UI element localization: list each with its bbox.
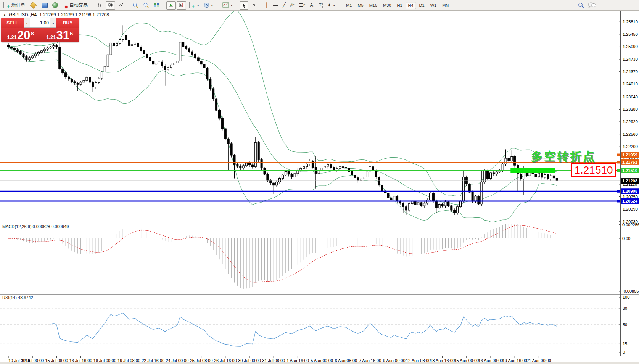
text-button[interactable]: A: [308, 1, 315, 10]
zoom-out-button[interactable]: [141, 1, 151, 10]
tile-windows-icon: [154, 3, 159, 7]
svg-text:1.21751: 1.21751: [622, 160, 637, 164]
indicators-icon: [222, 2, 229, 8]
fibonacci-button[interactable]: ☰F: [297, 1, 307, 10]
buy-button[interactable]: BUY: [56, 18, 79, 28]
indicators-button[interactable]: ▾: [221, 1, 235, 10]
svg-text:100: 100: [623, 295, 629, 300]
community-button[interactable]: [50, 1, 60, 10]
clock-icon: [204, 2, 209, 8]
line-chart-button[interactable]: [116, 1, 126, 10]
new-order-button[interactable]: + 新订单: [2, 1, 27, 10]
line-marker[interactable]: [617, 169, 620, 172]
candlesticks: [8, 25, 558, 215]
equidistant-channel-button[interactable]: ⫽E: [288, 1, 296, 10]
svg-text:1.25450: 1.25450: [623, 32, 638, 37]
svg-text:50: 50: [623, 322, 627, 327]
chevron-down-icon: ▾: [231, 3, 233, 7]
zoom-in-icon: [132, 2, 138, 8]
profiles-button[interactable]: ▾: [202, 1, 215, 10]
chart-canvas[interactable]: 1.258101.254501.250901.247301.243701.240…: [0, 11, 639, 364]
svg-text:-0.008553: -0.008553: [622, 289, 639, 293]
chart-title: ▲ GBPUSD-,H4 1.21269 1.21269 1.21196 1.2…: [3, 12, 109, 18]
turning-point-text[interactable]: 多空转折点: [531, 150, 596, 163]
autotrading-button[interactable]: 自动交易: [61, 1, 90, 10]
svg-text:1.20908: 1.20908: [622, 189, 637, 193]
green-highlight-zone[interactable]: [510, 168, 555, 173]
text-icon: A: [310, 2, 313, 8]
trendline-button[interactable]: ╱: [281, 1, 288, 10]
svg-text:1.24730: 1.24730: [623, 57, 638, 61]
svg-text:1.23280: 1.23280: [623, 107, 638, 111]
horizontal-line-button[interactable]: —: [271, 1, 280, 10]
zoom-in-button[interactable]: [130, 1, 140, 10]
line-marker[interactable]: [617, 161, 620, 163]
volume-input[interactable]: [30, 18, 50, 27]
collapse-arrow-icon[interactable]: ▲: [3, 13, 6, 17]
timeframe-button[interactable]: M15: [367, 2, 380, 9]
bollinger-bands: [8, 11, 557, 222]
crosshair-button[interactable]: [249, 1, 259, 10]
candlestick-chart-button[interactable]: [106, 1, 115, 10]
sell-button[interactable]: SELL: [1, 18, 24, 28]
sell-price-big: 20: [17, 30, 30, 41]
price-axis: 1.258101.254501.250901.247301.243701.240…: [619, 19, 639, 354]
chart-autoscroll-button[interactable]: [166, 1, 176, 10]
chevron-down-icon: ▾: [211, 3, 213, 7]
svg-text:1.20750: 1.20750: [623, 195, 638, 199]
chart-shift-button[interactable]: [177, 1, 186, 10]
panel-frames: [0, 11, 639, 356]
chat-icon[interactable]: [588, 2, 596, 8]
fibonacci-icon: ☰F: [299, 2, 306, 8]
bar-chart-icon: [97, 2, 103, 8]
tile-windows-button[interactable]: [152, 1, 161, 10]
rsi-label: RSI(14) 48.6742: [2, 295, 33, 300]
market-watch-button[interactable]: [40, 1, 50, 10]
arrows-button[interactable]: ✦▾: [325, 1, 337, 10]
sell-price-pip: 8: [31, 30, 34, 37]
timeframe-button[interactable]: D1: [417, 2, 427, 9]
horizontal-line-objects[interactable]: [0, 155, 620, 201]
volume-increase-button[interactable]: ▲: [50, 18, 56, 27]
timeframe-button[interactable]: M5: [355, 2, 366, 9]
timeframe-button[interactable]: H1: [394, 2, 405, 9]
bar-chart-button[interactable]: [95, 1, 105, 10]
channel-icon: ⫽E: [290, 2, 295, 8]
metaeditor-icon: [30, 2, 37, 8]
cursor-button[interactable]: [240, 1, 248, 10]
timeframe-button[interactable]: W1: [428, 2, 439, 9]
cursor-icon: [241, 3, 246, 8]
line-marker[interactable]: [617, 190, 620, 193]
new-chart-button[interactable]: +▾: [187, 1, 201, 10]
mt4-window: + 新订单 自动交易 +▾ ▾ ▾ │ — ╱ ⫽E ☰F A: [0, 0, 639, 364]
chevron-down-icon: ▾: [333, 3, 335, 7]
buy-price-prefix: 1.21: [46, 34, 56, 40]
buy-price-big: 31: [56, 30, 69, 41]
text-label-button[interactable]: T: [316, 1, 325, 10]
svg-text:1.20624: 1.20624: [622, 199, 638, 203]
svg-text:1.22200: 1.22200: [623, 144, 638, 149]
text-label-icon: T: [318, 2, 323, 8]
line-chart-icon: [118, 2, 124, 8]
svg-text:15: 15: [623, 341, 627, 346]
buy-price-pip: 6: [70, 30, 73, 37]
globe-icon: [52, 2, 58, 8]
vertical-line-button[interactable]: │: [264, 1, 270, 10]
market-watch-icon: [42, 3, 48, 8]
timeframe-button[interactable]: M1: [343, 2, 354, 9]
line-marker[interactable]: [617, 200, 620, 202]
timeframe-button[interactable]: M30: [380, 2, 394, 9]
autotrading-label: 自动交易: [69, 2, 88, 8]
svg-text:1.21959: 1.21959: [622, 153, 637, 157]
buy-price[interactable]: 1.21 31 6: [40, 28, 79, 42]
line-marker[interactable]: [617, 154, 620, 156]
timeframe-button[interactable]: MN: [439, 2, 451, 9]
sell-price[interactable]: 1.21 20 8: [1, 28, 40, 42]
svg-text:80: 80: [623, 306, 627, 311]
green-zone[interactable]: [510, 168, 555, 173]
timeframe-button[interactable]: H4: [406, 2, 416, 9]
price-callout-text: 1.21510: [574, 164, 613, 176]
metaeditor-button[interactable]: [28, 1, 39, 10]
search-icon[interactable]: [578, 2, 584, 8]
volume-decrease-button[interactable]: ▼: [24, 18, 30, 27]
